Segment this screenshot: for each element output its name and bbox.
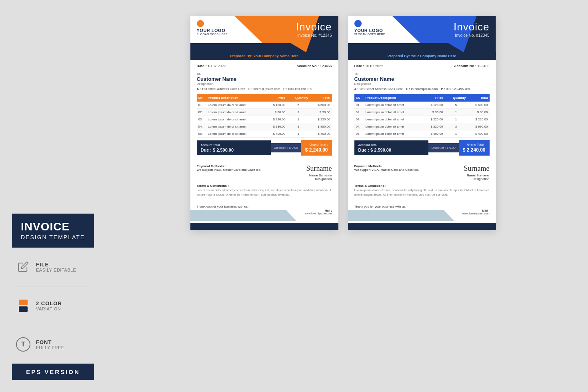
table-row: 05. Lorem ipsum dolor sit amet $ 400.00 … xyxy=(197,130,332,138)
table-row: 04. Lorem ipsum dolor sit amet $ 330.00 … xyxy=(197,123,332,130)
footer-thank-you-orange: Thank you for your business with us. xyxy=(197,205,249,208)
logo-text-orange: YOUR LOGO xyxy=(197,28,226,33)
sidebar-eps-label: EPS VERSION xyxy=(12,364,94,380)
contact-row-orange: A : 123 Street Address Goes Here E : lor… xyxy=(197,87,332,91)
logo-text-blue: YOUR LOGO xyxy=(354,28,383,33)
invoice-footer-orange: Thank you for your business with us. Mai… xyxy=(190,202,338,230)
prepared-value-orange: Your Company Name Here xyxy=(253,54,298,58)
invoice-number-blue: Invoice No. #12345 xyxy=(454,33,489,38)
table-row: 04. Lorem ipsum dolor sit amet $ 330.00 … xyxy=(354,123,490,130)
invoice-header-orange: YOUR LOGO SLOGAN GOES HERE Invoice Invoi… xyxy=(190,16,338,52)
invoice-account-orange: Account No : 123456 xyxy=(296,64,332,68)
invoice-title-orange: Invoice xyxy=(296,21,332,33)
sidebar-title-block: INVOICE DESIGN TEMPLATE xyxy=(12,214,94,248)
invoice-to-orange: To, Customer Name Designation A : 123 St… xyxy=(197,72,332,91)
invoice-body-blue: Date : 10.07.2022 Account No : 123456 To… xyxy=(348,60,496,160)
table-row: 03. Lorem ipsum dolor sit amet $ 220.00 … xyxy=(197,116,332,123)
th-desc-blue: Product Description xyxy=(364,94,423,102)
invoice-footer-bar-blue xyxy=(348,223,496,230)
invoice-footer-bar-orange xyxy=(190,223,338,230)
sig-name-orange: Name Surname xyxy=(306,174,332,177)
totals-due-orange: Account Total Due : $ 2,590.00 xyxy=(197,140,271,155)
logo-slogan-blue: SLOGAN GOES HERE xyxy=(354,33,386,36)
feature-color-text: 2 COLOR VARIATION xyxy=(36,300,62,311)
invoice-to-blue: To, Customer Name Designation A : 123 St… xyxy=(354,72,490,91)
sidebar-features: FILE EASILY EDITABLE 2 COLOR VARIATION xyxy=(12,260,94,352)
sidebar: INVOICE DESIGN TEMPLATE FILE EASILY EDIT… xyxy=(0,0,106,392)
feature-color-label: 2 COLOR xyxy=(36,300,62,306)
table-row: 02. Lorem ipsum dolor sit amet $ 30.00 1… xyxy=(197,109,332,116)
prepared-bar-orange: Prepared By: Your Company Name Here xyxy=(190,52,338,60)
payment-methods-blue: Payment Methods : We support VISA, Maste… xyxy=(354,164,419,172)
totals-due-blue: Account Total Due : $ 2,590.00 xyxy=(354,140,428,155)
feature-font-label: FONT xyxy=(36,339,64,345)
th-price-orange: Price xyxy=(265,94,287,102)
header-invoice-text-blue: Invoice Invoice No. #12345 xyxy=(454,21,489,38)
footer-mail-label-blue: Mail : xyxy=(462,209,489,212)
feature-file-sub: EASILY EDITABLE xyxy=(36,268,76,272)
address-blue: A : 123 Street Address Goes Here xyxy=(354,87,403,91)
payment-section-blue: Payment Methods : We support VISA, Maste… xyxy=(348,160,496,181)
payment-section-orange: Payment Methods : We support VISA, Maste… xyxy=(190,160,338,181)
footer-mail-value-orange: www.loremipsum.com xyxy=(304,212,332,215)
logo-slogan-orange: SLOGAN GOES HERE xyxy=(197,33,228,36)
sidebar-title-invoice: INVOICE xyxy=(21,221,85,233)
invoice-meta-blue: Date : 10.07.2022 Account No : 123456 xyxy=(354,64,490,68)
invoice-table-blue: SN Product Description Price Quantity To… xyxy=(354,94,490,138)
grand-total-orange: Grand Total : $ 2,240.00 xyxy=(301,140,332,156)
footer-thank-you-blue: Thank you for your business with us. xyxy=(354,205,406,208)
invoice-card-orange: YOUR LOGO SLOGAN GOES HERE Invoice Invoi… xyxy=(190,16,338,230)
th-total-blue: Total xyxy=(467,94,489,102)
footer-mail-label-orange: Mail : xyxy=(304,209,332,212)
sig-name-blue: Name Surname xyxy=(464,174,490,177)
payment-methods-orange: Payment Methods : We support VISA, Maste… xyxy=(197,164,262,172)
feature-font: T FONT FULLY FREE xyxy=(16,337,90,352)
prepared-bar-blue: Prepared By: Your Company Name Here xyxy=(348,52,496,60)
totals-discount-blue: Discount : $ 0.00 xyxy=(428,143,459,152)
invoice-account-blue: Account No : 123456 xyxy=(454,64,490,68)
table-row: 05. Lorem ipsum dolor sit amet $ 400.00 … xyxy=(354,130,490,138)
header-invoice-text-orange: Invoice Invoice No. #12345 xyxy=(296,21,332,38)
invoice-card-blue: YOUR LOGO SLOGAN GOES HERE Invoice Invoi… xyxy=(348,16,496,230)
totals-row-blue: Account Total Due : $ 2,590.00 Discount … xyxy=(354,140,490,156)
table-row: 03. Lorem ipsum dolor sit amet $ 220.00 … xyxy=(354,116,490,123)
feature-color: 2 COLOR VARIATION xyxy=(16,298,90,313)
feature-color-sub: VARIATION xyxy=(36,306,62,311)
logo-circle-orange xyxy=(197,20,204,27)
feature-file: FILE EASILY EDITABLE xyxy=(16,260,90,274)
phone-orange: P : 000 123 456 789 xyxy=(283,87,312,91)
logo-circle-blue xyxy=(354,20,362,27)
grand-total-blue: Grand Total : $ 2,240.00 xyxy=(459,140,490,156)
totals-row-orange: Account Total Due : $ 2,590.00 Discount … xyxy=(197,140,332,156)
feature-file-label: FILE xyxy=(36,262,76,268)
totals-discount-orange: Discount : $ 0.00 xyxy=(271,143,301,152)
invoice-meta-orange: Date : 10.07.2022 Account No : 123456 xyxy=(197,64,332,68)
prepared-label-blue: Prepared By: xyxy=(388,54,410,58)
phone-blue: P : 000 123 456 789 xyxy=(441,87,470,91)
prepared-label-orange: Prepared By: xyxy=(230,54,252,58)
table-row: 01. Lorem ipsum dolor sit amet $ 120.00 … xyxy=(197,102,332,109)
contact-row-blue: A : 123 Street Address Goes Here E : lor… xyxy=(354,87,490,91)
edit-icon xyxy=(16,260,30,274)
table-row: 02. Lorem ipsum dolor sit amet $ 30.00 1… xyxy=(354,109,490,116)
th-total-orange: Total xyxy=(310,94,332,102)
terms-section-orange: Terms & Conditions : Lorem ipsum dolor s… xyxy=(190,181,338,200)
feature-font-text: FONT FULLY FREE xyxy=(36,339,64,350)
th-qty-blue: Quantity xyxy=(445,94,468,102)
signature-block-orange: Surname Name Surname Designation xyxy=(306,164,332,181)
invoice-number-orange: Invoice No. #12345 xyxy=(296,33,332,38)
feature-file-text: FILE EASILY EDITABLE xyxy=(36,262,76,272)
th-desc-orange: Product Description xyxy=(206,94,265,102)
header-logo-area-orange: YOUR LOGO SLOGAN GOES HERE xyxy=(197,20,228,36)
invoice-body-orange: Date : 10.07.2022 Account No : 123456 To… xyxy=(190,60,338,160)
address-orange: A : 123 Street Address Goes Here xyxy=(197,87,246,91)
swatch-icon xyxy=(16,298,30,313)
header-logo-area-blue: YOUR LOGO SLOGAN GOES HERE xyxy=(354,20,386,36)
prepared-value-blue: Your Company Name Here xyxy=(411,54,456,58)
table-row: 01. Lorem ipsum dolor sit amet $ 120.00 … xyxy=(354,102,490,109)
signature-block-blue: Surname Name Surname Designation xyxy=(464,164,490,181)
invoice-title-blue: Invoice xyxy=(454,21,489,33)
footer-mail-value-blue: www.loremipsum.com xyxy=(462,212,489,215)
th-price-blue: Price xyxy=(422,94,444,102)
email-blue: E : lorem@ipsum.com xyxy=(406,87,438,91)
